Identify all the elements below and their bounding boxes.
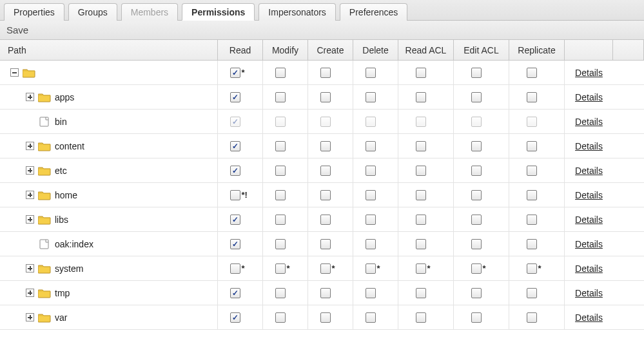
checkbox-read_acl[interactable] xyxy=(416,239,426,249)
checkbox-replicate[interactable] xyxy=(527,239,537,249)
checkbox-edit_acl[interactable] xyxy=(471,263,482,274)
checkbox-create[interactable] xyxy=(320,166,331,176)
details-link[interactable]: Details xyxy=(575,263,603,274)
checkbox-read_acl[interactable] xyxy=(416,215,426,225)
checkbox-read_acl[interactable] xyxy=(416,68,426,78)
checkbox-delete[interactable] xyxy=(366,312,376,323)
checkbox-replicate[interactable] xyxy=(527,215,537,225)
perm-create xyxy=(308,281,353,305)
checkbox-delete[interactable] xyxy=(366,190,376,200)
expand-icon[interactable] xyxy=(26,289,34,297)
checkbox-create[interactable] xyxy=(320,68,331,78)
checkbox-replicate[interactable] xyxy=(527,312,537,323)
checkbox-modify[interactable] xyxy=(275,92,286,102)
checkbox-replicate[interactable] xyxy=(527,166,537,176)
tab-impersonators[interactable]: Impersonators xyxy=(259,3,335,21)
checkbox-create[interactable] xyxy=(320,190,331,200)
checkbox-edit_acl[interactable] xyxy=(471,166,482,176)
save-button[interactable]: Save xyxy=(6,24,28,35)
checkbox-delete[interactable] xyxy=(366,141,376,151)
checkbox-read_acl[interactable] xyxy=(416,263,426,274)
checkbox-create[interactable] xyxy=(320,312,331,323)
checkbox-modify[interactable] xyxy=(275,68,286,78)
expand-icon[interactable] xyxy=(26,264,34,272)
checkbox-read[interactable] xyxy=(230,92,240,102)
checkbox-read[interactable] xyxy=(230,68,240,78)
checkbox-edit_acl[interactable] xyxy=(471,190,482,200)
checkbox-create[interactable] xyxy=(320,263,331,274)
details-link[interactable]: Details xyxy=(575,215,603,225)
details-link[interactable]: Details xyxy=(575,312,603,323)
details-link[interactable]: Details xyxy=(575,68,603,78)
checkbox-modify[interactable] xyxy=(275,215,286,225)
checkbox-read_acl[interactable] xyxy=(416,166,426,176)
details-link[interactable]: Details xyxy=(575,190,603,200)
checkbox-edit_acl[interactable] xyxy=(471,68,482,78)
checkbox-read[interactable] xyxy=(230,190,240,200)
expand-icon[interactable] xyxy=(26,142,34,150)
indicator: * xyxy=(483,263,492,273)
checkbox-read[interactable] xyxy=(230,288,240,298)
checkbox-delete[interactable] xyxy=(366,288,376,298)
checkbox-read_acl[interactable] xyxy=(416,141,426,151)
checkbox-create[interactable] xyxy=(320,215,331,225)
checkbox-modify[interactable] xyxy=(275,166,286,176)
checkbox-delete[interactable] xyxy=(366,263,376,274)
perm-create xyxy=(308,158,353,182)
checkbox-edit_acl[interactable] xyxy=(471,141,482,151)
checkbox-edit_acl[interactable] xyxy=(471,312,482,323)
checkbox-edit_acl[interactable] xyxy=(471,288,482,298)
expand-icon[interactable] xyxy=(26,215,34,224)
checkbox-edit_acl[interactable] xyxy=(471,239,482,249)
checkbox-read[interactable] xyxy=(230,263,240,274)
checkbox-read[interactable] xyxy=(230,215,240,225)
checkbox-modify[interactable] xyxy=(275,263,286,274)
checkbox-delete[interactable] xyxy=(366,215,376,225)
checkbox-read_acl[interactable] xyxy=(416,288,426,298)
expand-icon[interactable] xyxy=(26,313,34,321)
checkbox-delete[interactable] xyxy=(366,239,376,249)
checkbox-create[interactable] xyxy=(320,141,331,151)
checkbox-replicate[interactable] xyxy=(527,92,537,102)
checkbox-read_acl[interactable] xyxy=(416,312,426,323)
expand-icon[interactable] xyxy=(26,191,34,199)
perm-delete xyxy=(353,305,398,329)
checkbox-delete[interactable] xyxy=(366,166,376,176)
expand-icon[interactable] xyxy=(26,166,34,175)
checkbox-read[interactable] xyxy=(230,239,240,249)
checkbox-edit_acl[interactable] xyxy=(471,92,482,102)
checkbox-modify[interactable] xyxy=(275,239,286,249)
details-link[interactable]: Details xyxy=(575,166,603,176)
checkbox-create[interactable] xyxy=(320,288,331,298)
checkbox-delete[interactable] xyxy=(366,68,376,78)
checkbox-read_acl[interactable] xyxy=(416,190,426,200)
checkbox-read[interactable] xyxy=(230,312,240,323)
checkbox-modify[interactable] xyxy=(275,312,286,323)
checkbox-modify[interactable] xyxy=(275,288,286,298)
checkbox-edit_acl[interactable] xyxy=(471,215,482,225)
collapse-icon[interactable] xyxy=(10,68,19,77)
details-link[interactable]: Details xyxy=(575,288,603,298)
checkbox-read_acl[interactable] xyxy=(416,92,426,102)
checkbox-create[interactable] xyxy=(320,92,331,102)
details-link[interactable]: Details xyxy=(575,92,603,102)
checkbox-delete[interactable] xyxy=(366,92,376,102)
checkbox-replicate[interactable] xyxy=(527,288,537,298)
tab-permissions[interactable]: Permissions xyxy=(182,3,255,21)
checkbox-read[interactable] xyxy=(230,141,240,151)
checkbox-read[interactable] xyxy=(230,166,240,176)
checkbox-replicate[interactable] xyxy=(527,263,537,274)
tab-preferences[interactable]: Preferences xyxy=(340,3,407,21)
details-link[interactable]: Details xyxy=(575,239,603,249)
tab-groups[interactable]: Groups xyxy=(68,3,117,21)
details-link[interactable]: Details xyxy=(575,141,603,151)
checkbox-modify[interactable] xyxy=(275,141,286,151)
checkbox-modify[interactable] xyxy=(275,190,286,200)
expand-icon[interactable] xyxy=(26,93,34,101)
details-link[interactable]: Details xyxy=(575,117,603,127)
checkbox-create[interactable] xyxy=(320,239,331,249)
checkbox-replicate[interactable] xyxy=(527,141,537,151)
checkbox-replicate[interactable] xyxy=(527,190,537,200)
checkbox-replicate[interactable] xyxy=(527,68,537,78)
tab-properties[interactable]: Properties xyxy=(4,3,64,21)
